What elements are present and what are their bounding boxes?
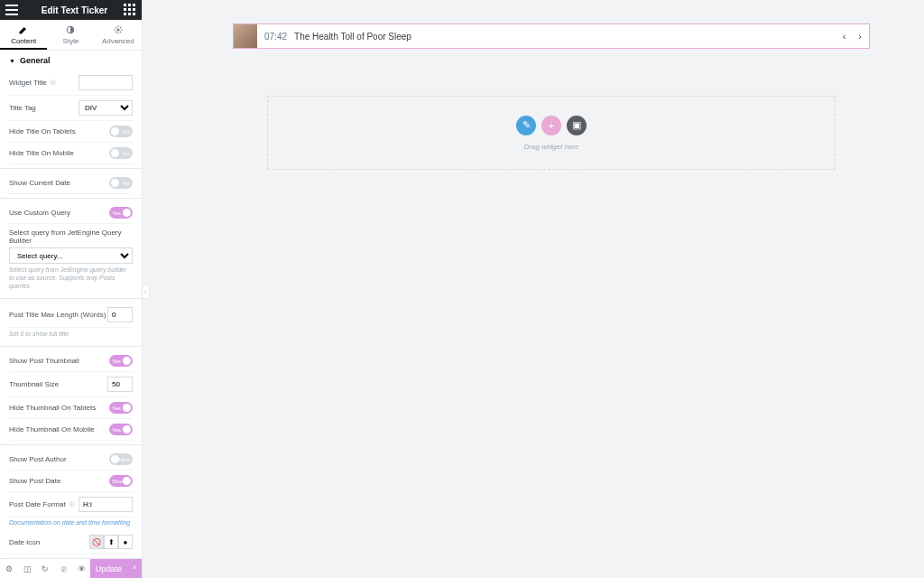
widget-title-input[interactable] <box>79 75 133 90</box>
select-query-label: Select query from JetEngine Query Builde… <box>9 224 133 245</box>
post-title-max-input[interactable] <box>107 307 133 322</box>
text-ticker-widget[interactable]: 07:42 The Health Toll of Poor Sleep ‹ › <box>233 23 870 49</box>
show-current-date-toggle[interactable]: No <box>109 177 133 189</box>
menu-icon[interactable] <box>5 5 18 15</box>
show-date-toggle[interactable]: Show <box>109 475 133 487</box>
header-title: Edit Text Ticker <box>25 5 124 15</box>
show-thumb-label: Show Post Thumbnail <box>9 357 109 366</box>
preview-canvas: 07:42 The Health Toll of Poor Sleep ‹ › … <box>143 0 924 578</box>
dynamic-icon[interactable]: ⊕ <box>69 499 76 508</box>
hide-title-tablets-toggle[interactable]: No <box>109 126 133 137</box>
panel-tabs: Content Style Advanced <box>0 20 142 51</box>
icon-opt-library[interactable]: ● <box>118 535 133 549</box>
tab-content-label: Content <box>11 37 36 45</box>
show-author-toggle[interactable]: Hide <box>109 453 133 465</box>
date-format-input[interactable] <box>79 497 133 512</box>
select-query-select[interactable]: Select query... <box>9 247 133 264</box>
hide-thumb-mobile-toggle[interactable]: Yes <box>109 424 133 435</box>
max-len-help: Set 0 to show full title <box>9 328 133 342</box>
gear-icon <box>113 24 124 35</box>
ticker-prev-icon[interactable]: ‹ <box>843 31 846 42</box>
caret-down-icon: ▼ <box>9 58 15 64</box>
ticker-next-icon[interactable]: › <box>858 31 862 42</box>
icon-opt-none[interactable]: 🚫 <box>89 535 104 549</box>
hide-thumb-tablets-toggle[interactable]: Yes <box>109 402 133 414</box>
navigator-button[interactable]: ◫ <box>18 559 36 579</box>
date-icon-label: Date Icon <box>9 538 89 547</box>
drop-zone-text: Drag widget here <box>524 143 579 151</box>
tab-advanced[interactable]: Advanced <box>95 20 142 50</box>
editor-header: Edit Text Ticker <box>0 0 142 20</box>
history-button[interactable]: ↻ <box>36 559 54 579</box>
date-icon-options: 🚫 ⬆ ● <box>89 535 133 549</box>
add-section-button[interactable]: ✎ <box>516 116 536 135</box>
post-title-max-label: Post Title Max Length (Words) <box>9 311 107 320</box>
controls-panel: ▼ General Widget Title⊕ Title Tag DIV Hi… <box>0 51 142 558</box>
settings-button[interactable]: ⚙ <box>0 559 18 579</box>
use-custom-query-toggle[interactable]: Yes <box>109 207 133 219</box>
tab-style[interactable]: Style <box>47 20 94 50</box>
show-current-date-label: Show Current Date <box>9 179 109 188</box>
hide-title-mobile-toggle[interactable]: No <box>109 147 133 159</box>
hide-thumb-tablets-label: Hide Thumbnail On Tablets <box>9 404 109 413</box>
date-format-label: Post Date Format⊕ <box>9 499 79 509</box>
title-tag-select[interactable]: DIV <box>79 100 133 116</box>
chevron-up-icon: ^ <box>133 564 136 573</box>
query-help: Select query from JetEngine query builde… <box>9 264 133 294</box>
date-doc-link[interactable]: Documentation on date and time formattin… <box>9 517 133 530</box>
pencil-icon <box>18 24 29 35</box>
tab-advanced-label: Advanced <box>102 37 134 45</box>
add-template-button[interactable]: ▣ <box>567 116 587 135</box>
panel-footer: ⚙ ◫ ↻ ⎚ 👁 Update ^ <box>0 558 142 578</box>
title-tag-label: Title Tag <box>9 104 79 113</box>
hide-thumb-mobile-label: Hide Thumbnail On Mobile <box>9 425 109 434</box>
icon-opt-upload[interactable]: ⬆ <box>104 535 118 549</box>
svg-point-1 <box>116 29 119 32</box>
hide-title-tablets-label: Hide Title On Tablets <box>9 127 109 136</box>
post-title: The Health Toll of Poor Sleep <box>294 32 411 42</box>
thumb-size-label: Thumbnail Size <box>9 380 107 389</box>
drop-zone[interactable]: ✎ + ▣ Drag widget here <box>267 96 836 170</box>
style-icon <box>65 24 76 35</box>
tab-content[interactable]: Content <box>0 20 47 50</box>
section-general[interactable]: ▼ General <box>0 51 142 70</box>
show-date-label: Show Post Date <box>9 477 109 486</box>
update-button[interactable]: Update ^ <box>90 559 142 579</box>
responsive-button[interactable]: ⎚ <box>54 559 72 579</box>
thumb-size-input[interactable] <box>107 377 133 392</box>
dynamic-icon[interactable]: ⊕ <box>50 78 57 87</box>
widget-title-label: Widget Title⊕ <box>9 78 79 88</box>
add-widget-button[interactable]: + <box>541 116 561 135</box>
hide-title-mobile-label: Hide Title On Mobile <box>9 149 109 158</box>
tab-style-label: Style <box>63 37 79 45</box>
apps-icon[interactable] <box>124 4 136 16</box>
preview-button[interactable]: 👁 <box>72 559 90 579</box>
use-custom-query-label: Use Custom Query <box>9 209 109 218</box>
show-author-label: Show Post Author <box>9 455 109 464</box>
update-label: Update <box>96 564 122 573</box>
post-time: 07:42 <box>264 32 287 42</box>
show-thumb-toggle[interactable]: Yes <box>109 355 133 367</box>
section-general-label: General <box>20 56 51 65</box>
post-thumbnail <box>234 24 257 48</box>
